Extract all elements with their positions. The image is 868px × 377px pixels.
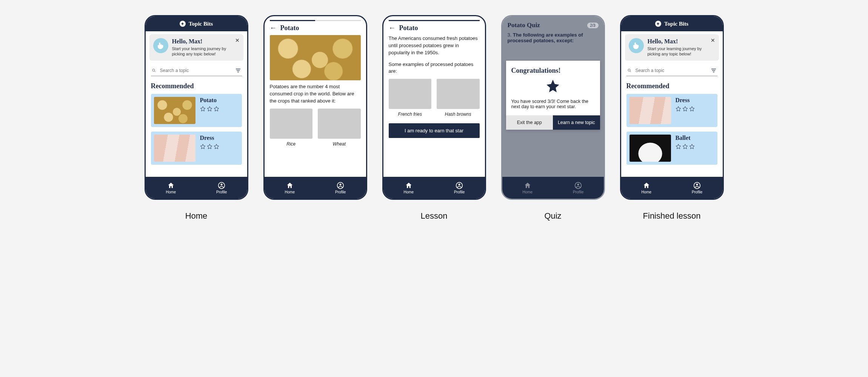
food-image [437,79,480,109]
topic-card-potato[interactable]: Potato [151,94,242,127]
search-bar[interactable] [151,65,242,76]
section-recommended: Recommended [626,82,717,90]
nav-profile[interactable]: Profile [672,177,723,199]
topic-title: Dress [200,135,219,141]
caption-finished: Finished lesson [643,211,701,221]
caption-home: Home [185,211,208,221]
filter-icon[interactable] [711,67,717,74]
lesson-progress [389,20,480,21]
lesson-title: Potato [399,24,418,32]
star-icon [200,144,206,149]
lesson-title: Potato [280,24,299,32]
bottom-nav: Home Profile [265,177,366,199]
screen-lesson2-col: ← Potato The Americans consumed fresh po… [382,15,486,221]
crop-label: Wheat [318,141,361,147]
logo-icon: ✦ [180,21,186,27]
greeting-title: Hello, Max! [172,38,240,45]
svg-line-14 [630,71,631,72]
svg-point-19 [696,184,698,185]
food-item-fries: French fries [389,79,432,118]
greeting-subtitle: Start your learning journey by picking a… [172,46,240,57]
earn-star-button[interactable]: I am ready to earn that star [389,123,480,138]
back-icon[interactable]: ← [389,24,396,32]
nav-profile-label: Profile [454,190,465,194]
greeting-title: Hello, Max! [648,38,715,45]
svg-point-6 [221,184,223,185]
result-modal: Congratulations! You have scored 3/3! Co… [506,61,600,130]
search-input[interactable] [636,68,707,73]
svg-rect-4 [237,72,239,72]
app-topbar: ✦ Topic Bits [146,16,247,31]
search-icon [152,68,156,73]
screen-lesson1-col: ← Potato Potatoes are the number 4 most … [263,15,367,200]
nav-home-label: Home [285,190,295,194]
nav-profile[interactable]: Profile [315,177,366,199]
topic-title: Ballet [676,135,695,141]
learn-new-topic-button[interactable]: Learn a new topic [553,115,600,130]
nav-home[interactable]: Home [265,177,315,199]
star-icon [676,144,681,149]
nav-home[interactable]: Home [146,177,197,199]
topic-thumb [154,135,195,162]
star-icon [200,106,206,112]
profile-icon [337,182,344,189]
logo-icon: ✦ [655,21,661,27]
star-icon [682,144,688,149]
screen-home: ✦ Topic Bits ✕ Hello, Max! Start your le… [145,15,248,200]
nav-home-label: Home [522,190,532,194]
nav-profile[interactable]: Profile [196,177,247,199]
svg-point-8 [340,184,342,185]
food-label: French fries [389,111,432,118]
topic-thumb [629,97,671,124]
screen-finished: ✦ Topic Bits ✕ Hello, Max! Start your le… [620,15,724,200]
app-topbar: ✦ Topic Bits [621,16,723,31]
app-title: Topic Bits [664,21,688,27]
screen-lesson1: ← Potato Potatoes are the number 4 most … [263,15,367,200]
food-image [389,79,432,109]
nav-home[interactable]: Home [383,177,434,199]
star-icon [214,144,219,149]
nav-profile[interactable]: Profile [434,177,485,199]
svg-point-12 [577,184,579,185]
nav-home[interactable]: Home [502,177,553,199]
screen-quiz-col: Potato Quiz 2/3 3. The following are exa… [501,15,605,221]
lesson-progress [270,20,361,21]
home-icon [405,182,412,189]
search-input[interactable] [160,68,231,73]
rating-stars [200,106,219,112]
app-title: Topic Bits [189,21,213,27]
profile-icon [218,182,225,189]
topic-card-dress[interactable]: Dress [626,94,717,127]
bottom-nav: Home Profile [502,177,604,199]
star-icon [207,106,212,112]
greeting-card: ✕ Hello, Max! Start your learning journe… [625,34,719,61]
bottom-nav: Home Profile [621,177,723,199]
rating-stars [676,106,695,112]
topic-card-dress[interactable]: Dress [151,132,242,165]
svg-rect-17 [713,72,714,72]
screen-lesson2: ← Potato The Americans consumed fresh po… [382,15,486,200]
rating-stars [676,144,695,149]
star-icon [682,106,688,112]
nav-home[interactable]: Home [621,177,672,199]
search-bar[interactable] [626,65,717,76]
close-icon[interactable]: ✕ [235,37,240,43]
screen-quiz: Potato Quiz 2/3 3. The following are exa… [501,15,605,200]
screen-finished-col: ✦ Topic Bits ✕ Hello, Max! Start your le… [620,15,724,221]
nav-profile-label: Profile [692,190,702,194]
filter-icon[interactable] [235,67,241,74]
close-icon[interactable]: ✕ [711,37,715,43]
star-icon [689,144,695,149]
exit-app-button[interactable]: Exit the app [506,115,553,130]
back-icon[interactable]: ← [270,24,277,32]
rating-stars [200,144,219,149]
topic-card-ballet[interactable]: Ballet [626,132,717,165]
greeting-subtitle: Start your learning journey by picking a… [648,46,715,57]
caption-lesson: Lesson [421,211,448,221]
crop-image [318,109,361,139]
food-label: Hash browns [437,111,480,118]
crop-item-rice: Rice [270,109,313,147]
modal-title: Congratulations! [511,67,595,75]
home-icon [286,182,294,189]
nav-profile[interactable]: Profile [553,177,604,199]
